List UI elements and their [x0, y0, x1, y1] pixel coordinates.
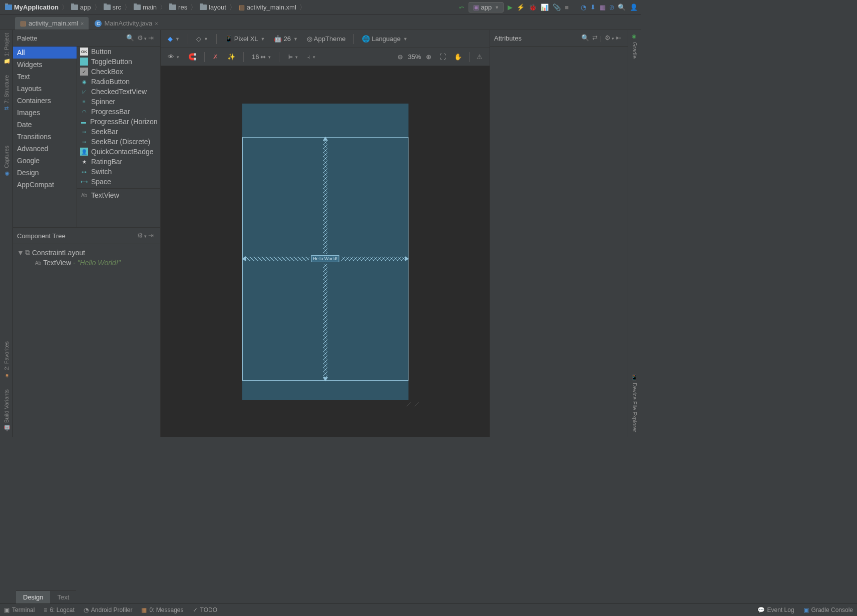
breadcrumb-project[interactable]: MyApplication — [3, 4, 61, 11]
gutter-gradle[interactable]: ◉Gradle — [631, 33, 638, 59]
close-icon[interactable]: × — [81, 21, 84, 27]
locale-combo[interactable]: 🌐 Language▼ — [359, 34, 410, 44]
breadcrumb-res[interactable]: res — [167, 4, 189, 11]
stop-icon[interactable]: ■ — [565, 4, 569, 11]
collapse-icon[interactable]: ⇤ — [616, 34, 624, 42]
gutter-project[interactable]: 📁1: Project — [3, 33, 10, 65]
zoom-out[interactable]: ⊖ — [394, 52, 406, 62]
gear-icon[interactable]: ⚙▾ — [605, 34, 613, 42]
toggle-icon — [80, 58, 88, 66]
pack-icon[interactable]: ⊫▾ — [284, 52, 301, 62]
search-icon[interactable]: 🔍 — [618, 4, 626, 11]
tree-root[interactable]: ▼ ⧉ ConstraintLayout — [15, 247, 158, 258]
theme-combo[interactable]: ◎ AppTheme — [304, 34, 349, 44]
widget-progressbar-h[interactable]: ▬ProgressBar (Horizontal) — [77, 117, 160, 127]
radio-icon: ◉ — [80, 78, 88, 86]
category-transitions[interactable]: Transitions — [13, 131, 77, 143]
default-margin[interactable]: 16 ⇔▾ — [249, 52, 274, 62]
resize-handle[interactable]: ⟋⟋ — [404, 400, 420, 409]
warnings-icon[interactable]: ⚠ — [474, 52, 486, 62]
debug-icon[interactable]: 🐞 — [529, 4, 537, 11]
gutter-build-variants[interactable]: 🤖Build Variants — [3, 389, 10, 432]
gutter-structure[interactable]: ⇅7: Structure — [3, 75, 10, 111]
device-icon[interactable]: ⎚ — [610, 4, 614, 11]
tab-main-activity[interactable]: CMainActivity.java× — [90, 17, 163, 30]
pan-icon[interactable]: ✋ — [451, 52, 465, 62]
magnet-icon[interactable]: 🧲 — [185, 52, 199, 62]
widget-seekbar-discrete[interactable]: ⊸SeekBar (Discrete) — [77, 137, 160, 147]
breadcrumb-file[interactable]: ▤activity_main.xml — [237, 4, 298, 11]
collapse-icon[interactable]: ⇥ — [148, 232, 156, 240]
widget-ratingbar[interactable]: ★RatingBar — [77, 157, 160, 167]
widget-seekbar[interactable]: ⊸SeekBar — [77, 127, 160, 137]
widget-button[interactable]: OKButton — [77, 47, 160, 57]
category-all[interactable]: All — [13, 47, 77, 59]
widget-quickcontact[interactable]: 👤QuickContactBadge — [77, 147, 160, 157]
category-advanced[interactable]: Advanced — [13, 143, 77, 155]
breadcrumb-layout[interactable]: layout — [198, 4, 228, 11]
xml-file-icon: ▤ — [239, 4, 245, 11]
category-google[interactable]: Google — [13, 155, 77, 167]
widget-togglebutton[interactable]: ToggleButton — [77, 57, 160, 67]
clear-constraints-icon[interactable]: ✗ — [210, 52, 221, 62]
widget-radiobutton[interactable]: ◉RadioButton — [77, 77, 160, 87]
tab-activity-main[interactable]: ▤activity_main.xml× — [15, 17, 89, 30]
widget-space[interactable]: ⟷Space — [77, 177, 160, 187]
gear-icon[interactable]: ⚙▾ — [137, 232, 145, 240]
run-config-combo[interactable]: ▣app▼ — [469, 2, 504, 13]
widget-switch[interactable]: ⊶Switch — [77, 167, 160, 177]
zoom-in[interactable]: ⊕ — [423, 52, 435, 62]
gear-icon[interactable]: ⚙▾ — [137, 34, 145, 42]
breadcrumb-app[interactable]: app — [69, 4, 93, 11]
device-preview[interactable]: Hello World! ⟋⟋ — [242, 104, 408, 400]
user-icon[interactable]: 👤 — [630, 4, 638, 11]
widget-checkedtextview[interactable]: ⩗CheckedTextView — [77, 87, 160, 97]
widget-spinner[interactable]: ≡Spinner — [77, 97, 160, 107]
search-icon[interactable]: 🔍 — [126, 34, 134, 42]
category-text[interactable]: Text — [13, 71, 77, 83]
swap-icon[interactable]: ⇄ — [592, 34, 600, 42]
align-icon[interactable]: ⫞▾ — [304, 52, 318, 62]
design-canvas[interactable]: Hello World! ⟋⟋ — [161, 66, 490, 437]
textview-icon: Ab — [80, 191, 88, 199]
sdk-icon[interactable]: ⬇ — [590, 4, 596, 11]
category-containers[interactable]: Containers — [13, 95, 77, 107]
widget-progressbar[interactable]: ◠ProgressBar — [77, 107, 160, 117]
layout-inspector-icon[interactable]: ▦ — [600, 4, 606, 11]
breadcrumb-main[interactable]: main — [132, 4, 159, 11]
avd-icon[interactable]: ◔ — [581, 4, 586, 11]
api-combo[interactable]: 🤖 26▼ — [271, 34, 300, 44]
category-date[interactable]: Date — [13, 119, 77, 131]
breadcrumb-bar: MyApplication〉 app〉 src〉 main〉 res〉 layo… — [0, 0, 641, 15]
view-mode[interactable]: 👁▾ — [165, 52, 182, 62]
close-icon[interactable]: × — [155, 21, 158, 27]
breadcrumb-src[interactable]: src — [102, 4, 123, 11]
gutter-captures[interactable]: ◉Captures — [3, 146, 10, 177]
search-icon[interactable]: 🔍 — [581, 34, 589, 42]
profile-icon[interactable]: 📊 — [541, 4, 549, 11]
infer-constraints-icon[interactable]: ✨ — [224, 52, 238, 62]
collapse-icon[interactable]: ⇥ — [148, 34, 156, 42]
textview-hello-world[interactable]: Hello World! — [311, 255, 339, 262]
widget-checkbox[interactable]: ✓CheckBox — [77, 67, 160, 77]
device-combo[interactable]: 📱 Pixel XL▼ — [222, 34, 268, 44]
widget-textview[interactable]: AbTextView — [77, 190, 160, 200]
category-layouts[interactable]: Layouts — [13, 83, 77, 95]
sync-icon[interactable]: ⤺ — [459, 4, 465, 11]
blueprint-surface[interactable]: Hello World! — [242, 137, 408, 381]
apply-changes-icon[interactable]: ⚡ — [517, 4, 525, 11]
design-surface-combo[interactable]: ◆▼ — [165, 34, 183, 44]
run-button[interactable]: ▶ — [508, 4, 513, 11]
zoom-fit[interactable]: ⛶ — [437, 52, 449, 62]
gutter-favorites[interactable]: ★2: Favorites — [3, 341, 10, 379]
chevron-down-icon[interactable]: ▼ — [17, 249, 23, 257]
attach-icon[interactable]: 📎 — [553, 4, 561, 11]
orientation-combo[interactable]: ◇▼ — [193, 34, 211, 44]
category-widgets[interactable]: Widgets — [13, 59, 77, 71]
folder-icon — [134, 5, 141, 10]
category-images[interactable]: Images — [13, 107, 77, 119]
tree-textview[interactable]: Ab TextView - "Hello World!" — [15, 258, 158, 268]
category-appcompat[interactable]: AppCompat — [13, 179, 77, 191]
gutter-device-explorer[interactable]: 📱Device File Explorer — [631, 374, 638, 432]
category-design[interactable]: Design — [13, 167, 77, 179]
